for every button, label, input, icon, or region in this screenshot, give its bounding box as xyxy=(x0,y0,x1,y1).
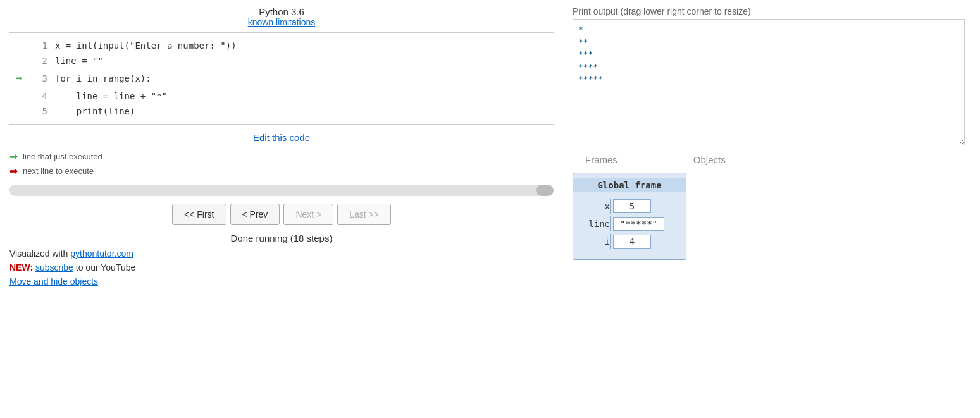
global-frame-title: Global frame xyxy=(573,178,686,192)
prev-button[interactable]: < Prev xyxy=(230,204,280,225)
frame-var-val-i: 4 xyxy=(613,235,651,249)
slider-thumb xyxy=(536,185,554,196)
edit-link-container: Edit this code xyxy=(9,132,554,143)
new-label: NEW: xyxy=(9,262,33,273)
code-text-1: x = int(input("Enter a number: ")) xyxy=(55,39,237,52)
print-output-box: * ** *** **** ***** xyxy=(573,19,965,145)
frame-var-name-i: i xyxy=(578,237,610,247)
code-text-5: print(line) xyxy=(55,104,135,118)
code-line-2: 2 line = "" xyxy=(9,53,554,68)
move-hide-objects-link[interactable]: Move and hide objects xyxy=(9,276,554,286)
last-button[interactable]: Last >> xyxy=(337,204,391,225)
arrow-3: ➡ xyxy=(9,70,28,88)
code-line-5: 5 print(line) xyxy=(9,104,554,119)
frame-var-val-x: 5 xyxy=(613,199,651,213)
new-subscribe-line: NEW: subscribe to our YouTube xyxy=(9,262,554,273)
output-line-4: **** xyxy=(578,61,959,73)
step-slider[interactable] xyxy=(9,185,554,196)
frame-var-divider-x xyxy=(610,199,611,214)
code-line-3: ➡ 3 for i in range(x): xyxy=(9,69,554,89)
code-text-2: line = "" xyxy=(55,54,103,68)
print-output-label: Print output (drag lower right corner to… xyxy=(573,6,971,16)
next-button[interactable]: Next > xyxy=(283,204,333,225)
slider-track xyxy=(9,185,554,196)
nav-buttons: << First < Prev Next > Last >> xyxy=(9,204,554,225)
frame-var-val-line: "*****" xyxy=(613,217,664,231)
frame-var-divider-i xyxy=(610,234,611,249)
done-running-label: Done running (18 steps) xyxy=(9,233,554,243)
output-line-1: * xyxy=(578,23,959,36)
frame-var-name-x: x xyxy=(578,201,610,211)
visualized-prefix: Visualized with xyxy=(9,249,70,259)
code-text-3: for i in range(x): xyxy=(55,71,151,85)
frame-var-divider-line xyxy=(610,216,611,231)
frame-var-row-line: line "*****" xyxy=(573,216,686,231)
legend-red-arrow-icon: ➡ xyxy=(9,165,18,177)
objects-label: Objects xyxy=(693,154,726,165)
frames-objects-header: Frames Objects xyxy=(573,154,971,165)
frame-var-name-line: line xyxy=(578,219,610,229)
legend-green-arrow-icon: ➡ xyxy=(9,151,18,163)
frame-var-row-i: i 4 xyxy=(573,234,686,249)
code-area: 1 x = int(input("Enter a number: ")) 2 l… xyxy=(9,32,554,125)
code-line-4: 4 line = line + "*" xyxy=(9,89,554,104)
legend-executed: ➡ line that just executed xyxy=(9,151,554,163)
visualized-with: Visualized with pythontutor.com xyxy=(9,249,554,259)
green-arrow-icon: ➡ xyxy=(16,70,23,88)
known-limitations-link[interactable]: known limitations xyxy=(248,17,316,27)
output-line-5: ***** xyxy=(578,73,959,85)
python-version-label: Python 3.6 xyxy=(9,6,554,17)
frames-label: Frames xyxy=(585,154,617,165)
code-line-1: 1 x = int(input("Enter a number: ")) xyxy=(9,38,554,53)
code-text-4: line = line + "*" xyxy=(55,89,167,103)
frame-var-row-x: x 5 xyxy=(573,199,686,214)
legend: ➡ line that just executed ➡ next line to… xyxy=(9,151,554,177)
output-line-2: ** xyxy=(578,36,959,49)
first-button[interactable]: << First xyxy=(172,204,226,225)
code-header: Python 3.6 known limitations xyxy=(9,6,554,27)
pythontutor-link[interactable]: pythontutor.com xyxy=(70,249,133,259)
subscribe-suffix: to our YouTube xyxy=(76,262,135,273)
legend-next: ➡ next line to execute xyxy=(9,165,554,177)
legend-next-label: next line to execute xyxy=(23,166,94,176)
legend-executed-label: line that just executed xyxy=(23,152,102,161)
output-line-3: *** xyxy=(578,48,959,61)
edit-this-code-link[interactable]: Edit this code xyxy=(253,132,310,143)
global-frame-box: Global frame x 5 line "*****" i 4 xyxy=(573,173,686,260)
subscribe-link[interactable]: subscribe xyxy=(35,262,73,273)
